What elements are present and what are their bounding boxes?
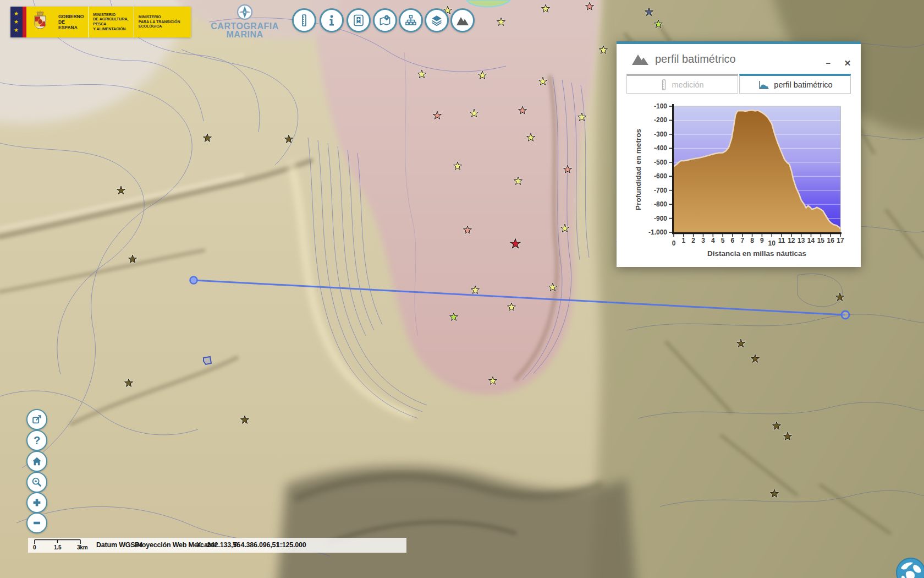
bookmark-tool-button[interactable] [346, 8, 371, 32]
panel-title: perfil batimétrico [655, 53, 736, 66]
gobierno-label: GOBIERNO DE ESPAÑA [58, 14, 84, 31]
minus-icon [31, 517, 43, 529]
x-tick-label: 10 [768, 239, 776, 247]
logo-line1: CARTOGRAFIA [201, 22, 289, 30]
mountain-icon [455, 14, 470, 27]
close-button[interactable]: ✕ [840, 56, 855, 70]
x-tick-label: 1 [681, 237, 685, 244]
profile-tool-button[interactable] [450, 8, 475, 32]
measure-start-handle[interactable] [190, 277, 197, 284]
y-tick-label: -100 [654, 102, 667, 110]
layers-icon [430, 14, 443, 27]
bookmark-add-icon [352, 14, 365, 27]
home-icon [31, 455, 43, 467]
info-tool-button[interactable] [320, 8, 344, 32]
open-external-icon [31, 413, 43, 426]
x-tick-label: 2 [691, 237, 695, 244]
y-tick-label: -600 [654, 172, 667, 180]
x-tick-label: 3 [701, 237, 705, 244]
y-coordinate: Y: 4.386.096,51 [233, 538, 279, 553]
x-axis-title: Distancia en millas náuticas [707, 249, 806, 258]
y-tick-label: -500 [654, 159, 667, 166]
x-tick-label: 15 [817, 237, 825, 244]
panel-header: perfil batimétrico [631, 52, 736, 66]
ministry-agriculture-label: MINISTERIO DE AGRICULTURA, PESCA Y ALIME… [93, 13, 129, 32]
zoom-in-button[interactable] [26, 492, 47, 513]
ruler-icon [298, 14, 311, 27]
locate-map-tool-button[interactable] [373, 8, 397, 32]
scale-end-label: 3km [77, 544, 87, 551]
mountain-icon [631, 52, 650, 66]
cartografia-marina-logo: CARTOGRAFIA MARINA [201, 3, 289, 40]
x-tick-label: 14 [807, 237, 815, 244]
y-tick-label: -800 [654, 200, 667, 208]
coat-of-arms [26, 7, 54, 37]
logo-line2: MARINA [201, 30, 289, 39]
scale-start-label: 0 [33, 544, 36, 551]
x-tick-label: 8 [750, 237, 754, 244]
x-tick-label: 9 [760, 237, 764, 244]
x-tick-label: 5 [721, 237, 725, 244]
sitemap-icon [404, 14, 417, 27]
y-axis-title: Profundidad en metros [634, 129, 642, 210]
spain-flag-stripe [23, 7, 26, 37]
world-globe-icon [895, 557, 924, 578]
profile-chart: -100-200-300-400-500-600-700-800-900-1.0… [617, 96, 861, 270]
x-tick-label: 17 [837, 237, 844, 244]
layers-tool-button[interactable] [425, 8, 449, 32]
basemap-globe-button[interactable] [895, 557, 924, 578]
y-tick-label: -300 [654, 130, 667, 138]
help-button[interactable]: ? [26, 430, 47, 451]
compass-icon [235, 3, 255, 22]
ministry-transition-label: MINISTERIO PARA LA TRANSICIÓN ECOLÓGICA [139, 15, 186, 29]
x-tick-label: 7 [740, 237, 744, 244]
y-tick-label: -900 [654, 215, 667, 222]
x-tick-label: 16 [827, 237, 834, 244]
x-tick-label: 0 [672, 239, 676, 247]
scale-mid-label: 1.5 [54, 544, 61, 551]
x-tick-label: 4 [711, 237, 715, 244]
tab-perfil-batimetrico[interactable]: perfil batimétrico [739, 74, 851, 94]
tab-perfil-label: perfil batimétrico [774, 80, 832, 89]
app-root: ★★★ GOBIERNO DE ESPAÑA MINISTERIO DE AGR… [0, 0, 924, 578]
scale-ratio: 1:125.000 [276, 538, 306, 553]
tab-medicion[interactable]: medición [626, 74, 738, 94]
home-button[interactable] [26, 451, 47, 472]
scale-bar: 0 1.5 3km [31, 539, 86, 552]
bathymetric-profile-panel: perfil batimétrico − ✕ medición perfil b… [617, 41, 861, 267]
map-location-icon [378, 14, 392, 27]
help-icon: ? [34, 434, 40, 447]
ruler-icon [661, 79, 667, 90]
export-button[interactable] [26, 409, 47, 430]
x-tick-label: 6 [731, 237, 735, 244]
tab-medicion-label: medición [672, 80, 703, 89]
zoom-out-button[interactable] [26, 512, 47, 533]
spain-coat-of-arms-icon [31, 10, 50, 34]
government-banner: ★★★ GOBIERNO DE ESPAÑA MINISTERIO DE AGR… [10, 7, 191, 37]
minimize-button[interactable]: − [821, 56, 835, 70]
sitemap-tool-button[interactable] [399, 8, 423, 32]
map-feature-marker[interactable] [204, 357, 211, 364]
y-tick-label: -1.000 [648, 228, 667, 236]
y-tick-label: -400 [654, 144, 667, 152]
panel-tabs: medición perfil batimétrico [626, 74, 851, 94]
y-tick-label: -200 [654, 116, 667, 124]
info-icon [325, 14, 338, 27]
zoom-search-icon [31, 476, 43, 488]
x-tick-label: 11 [778, 237, 785, 244]
measure-end-handle[interactable] [842, 311, 849, 319]
zoom-box-button[interactable] [26, 472, 47, 493]
x-tick-label: 13 [798, 237, 805, 244]
y-tick-label: -700 [654, 187, 667, 194]
x-tick-label: 12 [788, 237, 795, 244]
map-status-bar: 0 1.5 3km Datum WGS84 Proyección Web Mer… [28, 538, 406, 553]
area-chart-icon [757, 79, 769, 90]
measure-tool-button[interactable] [292, 8, 316, 32]
eu-flag-block: ★★★ [10, 7, 23, 37]
plus-icon [31, 497, 43, 509]
